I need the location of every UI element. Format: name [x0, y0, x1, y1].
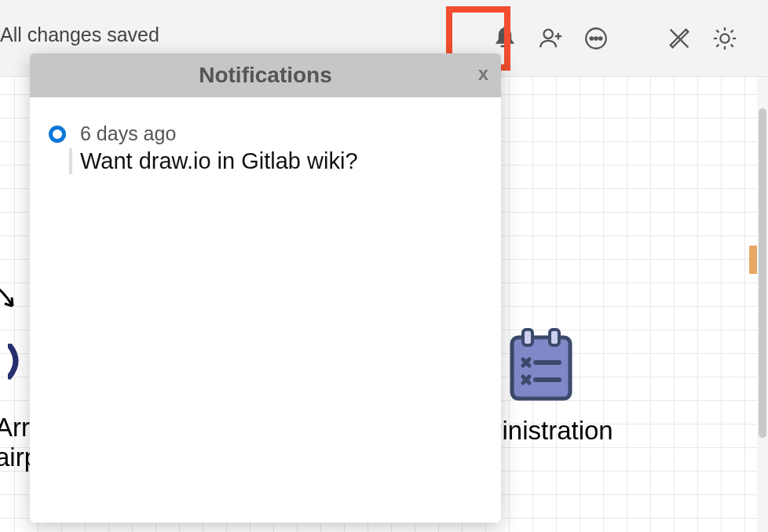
svg-point-14: [599, 37, 602, 39]
bell-icon: [492, 25, 518, 52]
svg-point-15: [720, 34, 729, 42]
notifications-popover: Notifications x 6 days ago Want draw.io …: [30, 53, 501, 523]
notification-content: 6 days ago Want draw.io in Gitlab wiki?: [80, 122, 358, 174]
sun-icon: [711, 25, 738, 52]
popover-title: Notifications: [199, 63, 332, 88]
notifications-button[interactable]: [487, 20, 523, 56]
svg-rect-1: [523, 330, 532, 345]
theme-toggle-button[interactable]: [707, 20, 743, 56]
svg-line-21: [731, 45, 733, 47]
more-horizontal-icon: [583, 25, 609, 52]
svg-rect-5: [749, 246, 757, 274]
svg-line-22: [716, 45, 719, 47]
save-status-text: All changes saved: [0, 24, 159, 46]
scrollbar-thumb[interactable]: [759, 108, 766, 438]
clipboard-shape[interactable]: [506, 326, 576, 403]
svg-rect-0: [512, 337, 570, 399]
ruler-pencil-icon: [666, 25, 693, 52]
close-button[interactable]: x: [478, 63, 488, 85]
svg-line-23: [731, 30, 733, 32]
toolbar-icon-group: [487, 0, 768, 77]
svg-point-8: [544, 30, 553, 38]
more-options-button[interactable]: [578, 20, 614, 56]
svg-point-12: [591, 37, 593, 39]
popover-header: Notifications x: [30, 53, 501, 97]
person-add-icon: [537, 25, 564, 52]
design-tools-button[interactable]: [661, 20, 697, 56]
vertical-scrollbar[interactable]: [757, 77, 768, 532]
notification-time: 6 days ago: [80, 122, 358, 145]
popover-body: 6 days ago Want draw.io in Gitlab wiki?: [30, 97, 501, 523]
svg-point-13: [594, 37, 597, 39]
notification-item[interactable]: 6 days ago Want draw.io in Gitlab wiki?: [49, 122, 482, 174]
svg-line-20: [716, 30, 719, 32]
share-button[interactable]: [532, 20, 569, 56]
svg-rect-2: [550, 330, 559, 345]
partial-shape: [749, 246, 757, 274]
notification-title: Want draw.io in Gitlab wiki?: [69, 148, 358, 174]
unread-dot-icon: [49, 126, 66, 143]
arrow-icon: [0, 281, 27, 312]
